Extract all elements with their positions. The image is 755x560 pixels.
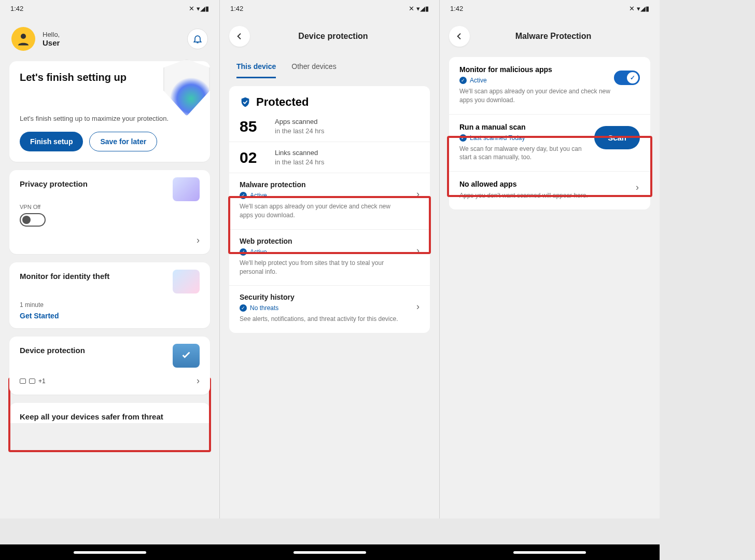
get-started-link[interactable]: Get Started	[20, 312, 200, 320]
identity-time: 1 minute	[20, 301, 200, 309]
monitor-toggle[interactable]	[614, 71, 640, 85]
monitor-apps-row: Monitor for malicious apps ✓Active We'll…	[449, 57, 650, 115]
nav-handle[interactable]	[74, 551, 146, 554]
malware-title: Malware protection	[240, 180, 420, 189]
device-tabs: This device Other devices	[220, 57, 439, 79]
protected-label: Protected	[256, 95, 309, 109]
check-icon: ✓	[240, 304, 247, 312]
chevron-right-icon: ›	[197, 235, 200, 246]
chevron-right-icon: ›	[416, 301, 420, 312]
shield-icon	[163, 59, 210, 116]
status-time: 1:42	[10, 5, 23, 12]
tab-this-device[interactable]: This device	[236, 57, 276, 78]
page-title: Malware Protection	[456, 32, 650, 41]
nav-bar	[0, 544, 220, 560]
web-desc: We'll help protect you from sites that t…	[240, 259, 400, 276]
device-icon	[173, 344, 200, 368]
apps-scanned-sub: in the last 24 hrs	[275, 127, 324, 136]
setup-subtitle: Let's finish setting up to maximize your…	[20, 115, 200, 122]
greeting-hello: Hello,	[43, 31, 60, 38]
malware-panel: Monitor for malicious apps ✓Active We'll…	[449, 57, 650, 209]
apps-scanned-label: Apps scanned	[275, 117, 324, 127]
check-icon: ✓	[459, 77, 467, 84]
person-icon	[16, 31, 31, 47]
status-time: 1:42	[230, 5, 243, 12]
finish-setup-button[interactable]: Finish setup	[20, 132, 83, 151]
identity-theft-tile[interactable]: Monitor for identity theft 1 minute Get …	[9, 262, 210, 328]
device-count: +1	[38, 377, 46, 385]
apps-scanned-stat: 85 Apps scanned in the last 24 hrs	[229, 111, 430, 142]
bell-icon	[192, 34, 203, 44]
check-shield-icon	[180, 350, 192, 361]
setup-card: Let's finish setting up Let's finish set…	[9, 61, 210, 162]
monitor-title: Monitor for malicious apps	[459, 65, 640, 74]
protection-panel: Protected 85 Apps scanned in the last 24…	[229, 86, 430, 333]
greeting-user: User	[43, 38, 60, 47]
status-icons: ✕ ▾◢▮	[189, 5, 209, 12]
device-protection-tile[interactable]: Device protection +1 ›	[9, 337, 210, 395]
svg-point-0	[21, 34, 26, 39]
malware-protection-screen: 1:42 ✕ ▾◢▮ Malware Protection Monitor fo…	[440, 0, 660, 519]
chevron-right-icon: ›	[197, 375, 200, 386]
device-protection-screen: 1:42 ✕ ▾◢▮ Device protection This device…	[220, 0, 440, 519]
status-bar: 1:42 ✕ ▾◢▮	[440, 0, 660, 17]
links-scanned-stat: 02 Links scanned in the last 24 hrs	[229, 142, 430, 173]
home-screen: 1:42 ✕ ▾◢▮ Hello, User Let's finish sett…	[0, 0, 220, 519]
links-scanned-label: Links scanned	[275, 148, 324, 158]
apps-scanned-count: 85	[240, 118, 265, 135]
highlight-box	[447, 136, 652, 197]
status-icons: ✕ ▾◢▮	[629, 5, 649, 12]
monitor-desc: We'll scan apps already on your device a…	[459, 87, 620, 105]
shield-check-icon	[240, 96, 251, 108]
links-scanned-count: 02	[240, 149, 265, 166]
status-icons: ✕ ▾◢▮	[409, 5, 429, 12]
vpn-toggle[interactable]	[20, 213, 46, 227]
greeting-row: Hello, User	[0, 17, 219, 61]
identity-icon	[173, 270, 200, 293]
history-status: No threats	[250, 304, 278, 312]
monitor-status: Active	[470, 77, 487, 84]
tab-other-devices[interactable]: Other devices	[291, 57, 336, 78]
nav-handle[interactable]	[293, 551, 366, 554]
nav-bar	[440, 544, 660, 560]
status-bar: 1:42 ✕ ▾◢▮	[0, 0, 219, 17]
save-later-button[interactable]: Save for later	[89, 132, 157, 151]
highlight-box	[229, 196, 430, 254]
page-title: Device protection	[236, 32, 430, 41]
links-scanned-sub: in the last 24 hrs	[275, 158, 324, 167]
nav-handle[interactable]	[513, 551, 586, 554]
history-desc: See alerts, notifications, and threat ac…	[240, 315, 400, 324]
notifications-button[interactable]	[187, 29, 208, 49]
avatar[interactable]	[11, 27, 35, 51]
vpn-label: VPN Off	[20, 204, 200, 210]
privacy-icon	[173, 177, 200, 201]
device-glyph-icon	[20, 379, 26, 384]
privacy-protection-tile[interactable]: Privacy protection VPN Off ›	[9, 170, 210, 254]
security-history-row[interactable]: Security history ✓No threats See alerts,…	[229, 285, 430, 333]
device-glyph-icon	[29, 379, 35, 384]
status-time: 1:42	[450, 5, 463, 12]
history-title: Security history	[240, 293, 420, 301]
nav-bar	[220, 544, 440, 560]
status-bar: 1:42 ✕ ▾◢▮	[220, 0, 439, 17]
